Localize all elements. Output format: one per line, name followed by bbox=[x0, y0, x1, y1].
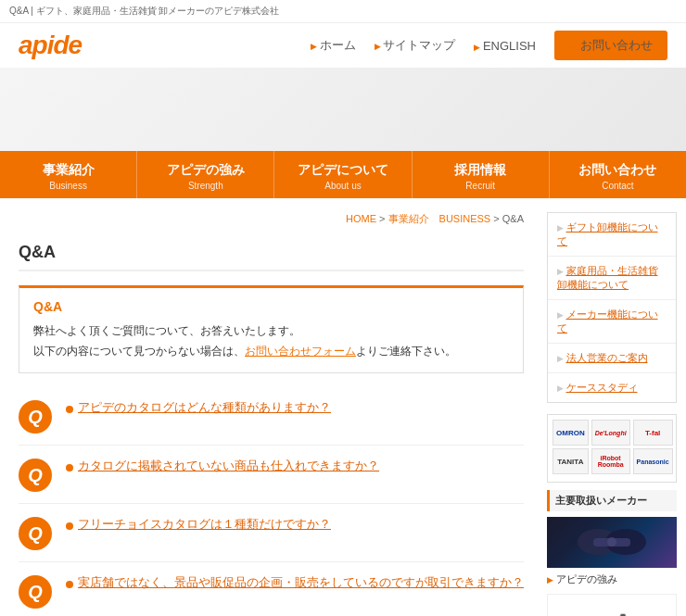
nav-recruit[interactable]: 採用情報 Recruit bbox=[413, 151, 550, 198]
qa-link-1[interactable]: アピデのカタログはどんな種類がありますか？ bbox=[78, 398, 331, 418]
handshake-image bbox=[547, 517, 677, 568]
page-title: Q&A bbox=[19, 235, 524, 271]
contact-form-link[interactable]: お問い合わせフォーム bbox=[245, 345, 356, 358]
qa-link-3[interactable]: フリーチョイスカタログは１種類だけですか？ bbox=[78, 515, 331, 534]
sidebar-nav-item-3[interactable]: メーカー機能について bbox=[548, 300, 676, 344]
sidebar: ギフト卸機能について 家庭用品・生活雑貨卸機能について メーカー機能について 法… bbox=[542, 203, 686, 616]
q-icon: Q bbox=[19, 517, 52, 550]
breadcrumb: HOME > 事業紹介 BUSINESS > Q&A bbox=[19, 212, 524, 226]
breadcrumb-home[interactable]: HOME bbox=[346, 213, 376, 224]
qa-item: Q 実店舗ではなく、景品や販促品の企画・販売をしているのですが取引できますか？ bbox=[19, 562, 524, 616]
brand-delonghi: De'Longhi bbox=[591, 420, 630, 446]
main-content: HOME > 事業紹介 BUSINESS > Q&A Q&A Q&A 弊社へよく… bbox=[0, 198, 542, 616]
qa-link-4[interactable]: 実店舗ではなく、景品や販促品の企画・販売をしているのですが取引できますか？ bbox=[78, 573, 524, 593]
sidebar-nav-item-1[interactable]: ギフト卸機能について bbox=[548, 213, 676, 257]
q-icon: Q bbox=[19, 459, 52, 492]
handshake-svg bbox=[575, 522, 649, 563]
q-icon: Q bbox=[19, 575, 52, 609]
header: apide ホーム サイトマップ ENGLISH お問い合わせ bbox=[0, 23, 686, 68]
nav-sitemap[interactable]: サイトマップ bbox=[375, 37, 456, 54]
q-dot bbox=[66, 522, 73, 530]
sidebar-nav-item-2[interactable]: 家庭用品・生活雑貨卸機能について bbox=[548, 257, 676, 300]
strength-label: アピデの強み bbox=[547, 572, 677, 586]
content-wrapper: HOME > 事業紹介 BUSINESS > Q&A Q&A Q&A 弊社へよく… bbox=[0, 198, 686, 616]
q-icon: Q bbox=[19, 400, 52, 434]
qa-item: Q カタログに掲載されていない商品も仕入れできますか？ bbox=[19, 446, 524, 504]
top-bar-text: Q&A | ギフト、家庭用品・生活雑貨 卸メーカーのアピデ株式会社 bbox=[9, 6, 280, 16]
sidebar-nav: ギフト卸機能について 家庭用品・生活雑貨卸機能について メーカー機能について 法… bbox=[547, 212, 677, 403]
qa-section-title: Q&A bbox=[33, 299, 509, 314]
breadcrumb-current: Q&A bbox=[502, 213, 524, 224]
qa-section: Q&A 弊社へよく頂くご質問について、お答えいたします。 以下の内容について見つ… bbox=[19, 285, 524, 373]
contact-button[interactable]: お問い合わせ bbox=[554, 31, 667, 60]
qa-item: Q アピデのカタログはどんな種類がありますか？ bbox=[19, 387, 524, 446]
q-dot bbox=[66, 464, 73, 471]
hero-banner bbox=[0, 68, 686, 151]
breadcrumb-business[interactable]: 事業紹介 BUSINESS bbox=[388, 213, 491, 224]
sidebar-nav-item-4[interactable]: 法人営業のご案内 bbox=[548, 344, 676, 373]
nav-about[interactable]: アピデについて About us bbox=[274, 151, 412, 198]
main-nav: 事業紹介 Business アピデの強み Strength アピデについて Ab… bbox=[0, 151, 686, 198]
header-nav: ホーム サイトマップ ENGLISH お問い合わせ bbox=[311, 31, 667, 60]
brand-irobot: iRobotRoomba bbox=[591, 448, 630, 474]
q-dot bbox=[66, 581, 73, 588]
qa-list: Q アピデのカタログはどんな種類がありますか？ Q カタログに掲載されていない商… bbox=[19, 387, 524, 616]
brand-logos: OMRON De'Longhi T-fal TANITA iRobotRoomb… bbox=[547, 414, 677, 483]
question-mark-icon: ? bbox=[587, 610, 605, 617]
brand-grid: OMRON De'Longhi T-fal TANITA iRobotRoomb… bbox=[553, 420, 671, 474]
top-bar: Q&A | ギフト、家庭用品・生活雑貨 卸メーカーのアピデ株式会社 bbox=[0, 0, 686, 23]
qa-link-2[interactable]: カタログに掲載されていない商品も仕入れできますか？ bbox=[78, 457, 379, 476]
nav-business[interactable]: 事業紹介 Business bbox=[0, 151, 137, 198]
qa-item: Q フリーチョイスカタログは１種類だけですか？ bbox=[19, 504, 524, 562]
case-study-image: ? 🕴 bbox=[547, 594, 677, 616]
nav-home[interactable]: ホーム bbox=[311, 37, 356, 54]
nav-english[interactable]: ENGLISH bbox=[474, 39, 536, 53]
brand-omron: OMRON bbox=[553, 420, 589, 446]
brands-title: 主要取扱いメーカー bbox=[547, 490, 677, 511]
sidebar-nav-item-5[interactable]: ケーススタディ bbox=[548, 373, 676, 402]
qa-description: 弊社へよく頂くご質問について、お答えいたします。 以下の内容について見つからない… bbox=[33, 321, 509, 361]
brand-tfal: T-fal bbox=[633, 420, 673, 446]
svg-point-3 bbox=[607, 537, 616, 547]
nav-contact[interactable]: お問い合わせ Contact bbox=[550, 151, 686, 198]
q-dot bbox=[66, 406, 73, 413]
logo[interactable]: apide bbox=[19, 31, 82, 60]
brand-panasonic: Panasonic bbox=[633, 448, 673, 474]
nav-strength[interactable]: アピデの強み Strength bbox=[137, 151, 274, 198]
brand-tanita: TANITA bbox=[553, 448, 589, 474]
